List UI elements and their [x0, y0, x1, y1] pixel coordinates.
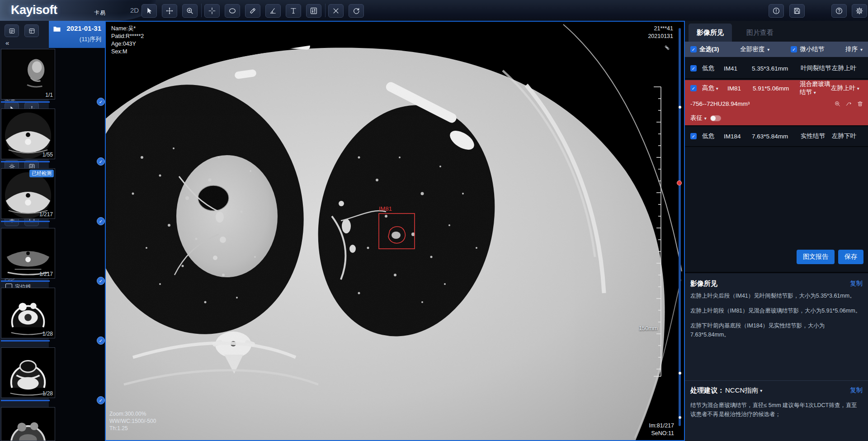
- micro-nodule-option[interactable]: ✓ 微小结节: [791, 45, 824, 53]
- series-header[interactable]: 2021-01-31 (11)序列: [49, 21, 105, 48]
- thumbnail-series-2[interactable]: 1/55: [1, 109, 55, 159]
- nodule-size: 5.35*3.61mm: [752, 65, 801, 72]
- nodule-size: 5.91*5.06mm: [753, 85, 800, 92]
- findings-text-section: 影像所见 复制 左肺上叶尖后段（IM41）见叶间裂结节影，大小为5.35*3.6…: [685, 272, 868, 441]
- close-icon: [332, 7, 340, 15]
- nodule-location-dropdown[interactable]: 左肺上叶 ▾: [831, 84, 866, 92]
- angle-tool-button[interactable]: [265, 4, 281, 18]
- text-tool-button[interactable]: [286, 4, 301, 18]
- slice-thickness: Th:1.25: [109, 425, 156, 432]
- panel-actions: 图文报告 保存: [797, 250, 863, 264]
- select-all-option[interactable]: ✓ 全选(3): [690, 45, 719, 53]
- measure-tool-button[interactable]: [245, 4, 260, 18]
- checkbox-checked[interactable]: ✓: [690, 65, 697, 71]
- thumbnail-count: 1/217: [39, 211, 53, 218]
- risk-level: 低危: [702, 132, 724, 140]
- slider-end-dot: [679, 416, 681, 419]
- sort-dropdown[interactable]: 排序 ▾: [845, 45, 863, 53]
- thumbnail-check-icon: ✓: [97, 98, 105, 106]
- link-icon[interactable]: [664, 44, 670, 51]
- thumbnail-series-5[interactable]: 1/28: [1, 288, 55, 338]
- thumbnail-scout[interactable]: 1/1: [1, 49, 55, 100]
- delete-nodule-button[interactable]: [857, 100, 863, 107]
- series-list-icon: [9, 28, 15, 34]
- track-nodule-button[interactable]: [845, 100, 852, 107]
- copy-advice-link[interactable]: 复制: [850, 386, 863, 394]
- sort-label: 排序: [845, 45, 858, 53]
- finding-paragraph: 左肺上叶尖后段（IM41）见叶间裂结节影，大小为5.35*3.61mm。: [690, 291, 863, 300]
- ellipse-tool-button[interactable]: [225, 4, 240, 18]
- patient-id: Patid:R*****2: [111, 33, 144, 40]
- thumbnail-count: 1/55: [42, 152, 53, 158]
- chevron-down-icon: ▾: [814, 90, 816, 95]
- nodule-marker-im41[interactable]: [679, 106, 681, 109]
- guideline-dropdown[interactable]: NCCN指南 ▾: [725, 386, 762, 395]
- chevron-down-icon: ▾: [760, 388, 762, 393]
- layout-panel-button[interactable]: [24, 24, 39, 37]
- layout-panel-icon: [28, 28, 35, 34]
- series-date: 2021-01-31: [66, 24, 101, 32]
- pan-tool-button[interactable]: [162, 4, 177, 18]
- pointer-tool-button[interactable]: [142, 4, 157, 18]
- ruler-icon: [249, 7, 257, 15]
- thumbnail-series-3-detected[interactable]: 已经检测 1/217: [1, 168, 55, 219]
- thumbnail-series-4[interactable]: 1/217: [1, 228, 55, 279]
- checkbox-checked[interactable]: ✓: [690, 85, 697, 91]
- nodule-type: 叶间裂结节: [801, 64, 832, 72]
- thumbnail-series-6[interactable]: 1/28: [1, 347, 55, 398]
- crosshair-tool-button[interactable]: [204, 4, 220, 18]
- nodule-type-dropdown[interactable]: 混合磨玻璃结节 ▾: [800, 80, 831, 96]
- tab-image-view[interactable]: 图片查看: [738, 24, 782, 42]
- reset-view-button[interactable]: [349, 4, 364, 18]
- ellipse-icon: [228, 7, 236, 15]
- folder-icon: [52, 24, 61, 33]
- chevron-down-icon: ▾: [767, 47, 769, 52]
- nodule-row-im81-selected[interactable]: ✓ 高危 ▾ IM81 5.91*5.06mm 混合磨玻璃结节 ▾ 左肺上叶 ▾…: [685, 80, 868, 126]
- select-all-label: 全选(3): [699, 45, 719, 53]
- slice-scrollbar[interactable]: [679, 28, 681, 426]
- thumbnail-count: 1/1: [45, 92, 53, 98]
- report-alert-button[interactable]: [769, 4, 784, 18]
- thumbnail-series-7[interactable]: [1, 407, 55, 441]
- patient-sex: Sex:M: [111, 48, 144, 56]
- thumbnail-progress: [1, 280, 50, 282]
- gear-icon: [855, 7, 863, 15]
- help-button[interactable]: [831, 4, 847, 18]
- save-button[interactable]: 保存: [838, 250, 863, 264]
- nodule-location: 左肺上叶: [832, 64, 865, 72]
- report-button[interactable]: 图文报告: [797, 250, 835, 264]
- series-count: (11)序列: [80, 35, 101, 43]
- series-number: SeNO:11: [649, 430, 674, 437]
- study-date: 20210131: [648, 33, 673, 40]
- nodule-row-im41[interactable]: ✓ 低危 IM41 5.35*3.61mm 叶间裂结节 左肺上叶: [685, 58, 868, 79]
- feature-dropdown[interactable]: 表征 ▾: [690, 114, 707, 122]
- thumbnail-progress: [1, 161, 50, 162]
- nodule-marker-im184[interactable]: [679, 372, 681, 375]
- feature-toggle[interactable]: [710, 115, 721, 121]
- thumbnail-check-icon: ✓: [97, 157, 105, 166]
- thumbnail-progress: [1, 101, 50, 103]
- checkbox-checked[interactable]: ✓: [690, 46, 697, 52]
- save-image-button[interactable]: [789, 4, 805, 18]
- checkbox-checked[interactable]: ✓: [690, 133, 697, 139]
- nodule-filter-bar: ✓ 全选(3) 全部密度 ▾ ✓ 微小结节 排序 ▾: [685, 42, 868, 57]
- density-filter-dropdown[interactable]: 全部密度 ▾: [740, 45, 769, 53]
- locate-nodule-button[interactable]: [834, 100, 841, 107]
- lung-ct-workstation: Kayisoft 卡易 2D « 序列布局 图像布局 图像: [0, 0, 868, 441]
- thumbnail-image: [1, 408, 55, 441]
- copy-findings-link[interactable]: 复制: [850, 280, 863, 288]
- tab-findings[interactable]: 影像所见: [689, 24, 732, 42]
- settings-button[interactable]: [852, 4, 867, 18]
- nodule-row-main: ✓ 高危 ▾ IM81 5.91*5.06mm 混合磨玻璃结节 ▾ 左肺上叶 ▾: [685, 80, 868, 96]
- series-list-button[interactable]: [5, 24, 19, 37]
- window-level-tool-button[interactable]: [306, 4, 321, 18]
- risk-level-dropdown[interactable]: 高危 ▾: [702, 84, 727, 92]
- nodule-row-im184[interactable]: ✓ 低危 IM184 7.63*5.84mm 实性结节 左肺下叶: [685, 126, 868, 147]
- collapse-sidebar-button[interactable]: «: [5, 39, 9, 47]
- nodule-marker-im81-selected[interactable]: [677, 180, 682, 185]
- alert-icon: [772, 7, 780, 15]
- zoom-tool-button[interactable]: [182, 4, 198, 18]
- checkbox-checked[interactable]: ✓: [791, 46, 797, 52]
- delete-annotation-button[interactable]: [328, 4, 344, 18]
- main-viewport[interactable]: IM81 Name:吴* Pat: [105, 21, 685, 441]
